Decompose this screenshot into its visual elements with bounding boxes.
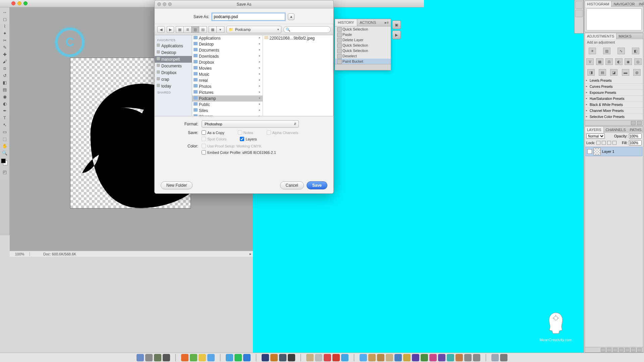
dock-app[interactable] (207, 354, 215, 361)
dock-app[interactable] (368, 354, 376, 361)
lock-position-icon[interactable] (607, 141, 611, 145)
dock-app[interactable] (341, 354, 348, 361)
mask-icon[interactable] (613, 348, 618, 352)
preset-item[interactable]: Curves Presets (585, 84, 643, 90)
eyedropper-tool[interactable]: ✎ (1, 44, 9, 51)
minimize-icon[interactable] (17, 1, 21, 5)
zoom-icon[interactable] (23, 1, 28, 5)
lock-transparent-icon[interactable] (596, 141, 600, 145)
folder-row[interactable]: Applications (192, 35, 263, 41)
folder-row[interactable]: Woopra (192, 114, 263, 116)
icon-view[interactable]: ▦ (176, 26, 184, 33)
hand-tool[interactable]: ✋ (1, 142, 9, 149)
history-item[interactable]: Delete Layer (335, 37, 391, 43)
folder-row[interactable]: Music (192, 71, 263, 77)
adj-foot-icon[interactable] (631, 121, 636, 125)
dock-app[interactable] (243, 354, 251, 361)
dock-app[interactable] (491, 354, 499, 361)
dock-app[interactable] (288, 354, 295, 361)
dock-app[interactable] (145, 354, 153, 361)
sidebar-item[interactable]: masonpelt (155, 56, 192, 63)
arrange-segment[interactable]: ▦ ▾ (209, 26, 224, 33)
folder-row[interactable]: Pictures (192, 89, 263, 96)
tab-paths[interactable]: PATHS (628, 127, 644, 133)
panel-menu-icon[interactable]: ▸≡ (383, 19, 391, 26)
dock-app[interactable] (306, 354, 314, 361)
coverflow-view[interactable]: ▤ (199, 26, 207, 33)
folder-row[interactable]: Podcamp (192, 96, 263, 102)
shape-tool[interactable]: ▭ (1, 128, 9, 135)
blur-tool[interactable]: ◉ (1, 93, 9, 100)
sidebar-item[interactable]: today (155, 83, 192, 89)
list-view[interactable]: ≣ (183, 26, 192, 33)
sidebar-item[interactable]: crap (155, 76, 192, 83)
invert-icon[interactable]: ◨ (587, 69, 595, 76)
chk-as-copy[interactable]: As a Copy (202, 130, 224, 135)
tab-channels[interactable]: CHANNELS (604, 127, 628, 133)
dock-app[interactable] (234, 354, 242, 361)
sidebar-item[interactable]: Applications (155, 43, 192, 49)
visibility-icon[interactable] (587, 149, 592, 154)
layer-row[interactable]: Layer 1 (586, 147, 642, 156)
trash-icon[interactable] (637, 348, 642, 352)
stamp-tool[interactable]: ⧈ (1, 65, 9, 72)
history-item[interactable]: Quick Selection (335, 48, 391, 53)
gradient-tool[interactable]: ▤ (1, 86, 9, 93)
selective-icon[interactable]: ◍ (633, 69, 641, 76)
dock-app[interactable] (270, 354, 278, 361)
fx-icon[interactable] (607, 348, 611, 352)
tab-history[interactable]: HISTORY (335, 19, 357, 26)
preset-item[interactable]: Hue/Saturation Presets (585, 96, 643, 102)
folder-row[interactable]: Dropbox (192, 59, 263, 65)
preset-item[interactable]: Black & White Presets (585, 102, 643, 108)
dock-app[interactable] (262, 354, 269, 361)
quick-mask-icon[interactable]: ◰ (1, 169, 9, 175)
preset-item[interactable]: Exposure Presets (585, 90, 643, 96)
dock-app[interactable] (315, 354, 322, 361)
pen-tool[interactable]: ✒ (1, 107, 9, 114)
move-tool[interactable]: ↔ (1, 9, 9, 15)
search-input[interactable]: 🔍 (283, 26, 331, 33)
curves-icon[interactable]: ∿ (618, 48, 625, 54)
folder-row[interactable]: Downloads (192, 53, 263, 59)
zoom-tool[interactable]: 🔍 (1, 149, 9, 156)
lock-all-icon[interactable] (612, 141, 616, 145)
folder-row[interactable]: Desktop (192, 41, 263, 47)
history-item[interactable]: Quick Selection (335, 26, 391, 32)
folder-row[interactable]: Movies (192, 65, 263, 71)
lasso-tool[interactable]: ⌇ (1, 23, 9, 29)
forward-button[interactable]: ▶ (167, 26, 174, 33)
path-popup[interactable]: 📁 Podcamp ▾ (226, 26, 281, 33)
dock-app[interactable] (500, 354, 507, 361)
tab-navigator[interactable]: NAVIGATOR (611, 1, 637, 7)
dock-app[interactable] (360, 354, 367, 361)
foreground-swatch[interactable] (1, 159, 6, 163)
arrange-menu[interactable]: ▾ (216, 26, 224, 33)
format-popup[interactable]: Photoshop ⇵ (202, 120, 299, 128)
vibrance-icon[interactable]: V (586, 58, 594, 65)
wand-tool[interactable]: ✦ (1, 30, 9, 37)
fill-input[interactable] (629, 140, 642, 145)
brightness-icon[interactable]: ☀ (589, 48, 596, 54)
file-row[interactable]: 220021068…9b6bf2.jpeg (263, 35, 333, 41)
layer-name[interactable]: Layer 1 (602, 149, 614, 154)
tab-actions[interactable]: ACTIONS (357, 19, 379, 26)
panel-collapse-strip[interactable] (574, 0, 584, 34)
history-brush-tool[interactable]: ↺ (1, 72, 9, 79)
chk-layers[interactable]: Layers (240, 137, 257, 141)
group-icon[interactable] (625, 348, 630, 352)
adj-foot-icon[interactable] (637, 121, 642, 125)
blend-mode-select[interactable]: Normal (586, 133, 605, 139)
marquee-tool[interactable]: ◻ (1, 16, 9, 22)
dock-app[interactable] (279, 354, 286, 361)
dock-app[interactable] (332, 354, 340, 361)
sidebar-item[interactable]: Desktop (155, 49, 192, 56)
tab-info[interactable]: INFO (637, 1, 644, 7)
tab-layers[interactable]: LAYERS (585, 127, 604, 133)
history-item[interactable]: Deselect (335, 53, 391, 59)
dock-app[interactable] (163, 354, 170, 361)
folder-row[interactable]: Sites (192, 108, 263, 114)
tab-histogram[interactable]: HISTOGRAM (585, 1, 611, 7)
close-icon[interactable] (11, 1, 15, 5)
lock-pixels-icon[interactable] (602, 141, 606, 145)
